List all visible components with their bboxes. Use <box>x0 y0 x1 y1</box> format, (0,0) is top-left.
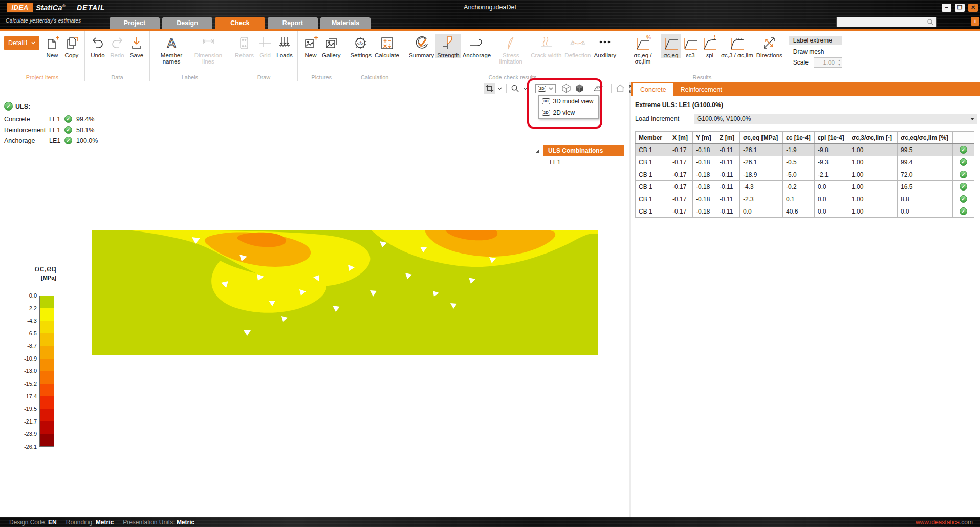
tab-report[interactable]: Report <box>268 17 318 29</box>
stepper-arrows-icon[interactable]: ▲▼ <box>838 58 841 67</box>
tree-expander-icon[interactable] <box>535 149 540 153</box>
crop-tool-button[interactable] <box>484 83 495 94</box>
table-cell: 0.0 <box>815 181 848 193</box>
crack-width-button[interactable]: Crack width <box>529 34 563 58</box>
extreme-title: Extreme ULS: LE1 (G100.0%) <box>635 101 723 109</box>
table-row[interactable]: CB 1-0.17-0.18-0.11-26.1-0.5-9.31.0099.4… <box>636 156 974 168</box>
column-header[interactable]: σc,3/σc,lim [-] <box>848 132 898 144</box>
copy-project-button[interactable]: Copy <box>62 34 81 58</box>
table-row[interactable]: CB 1-0.17-0.18-0.11-4.3-0.20.01.0016.5✓ <box>636 181 974 193</box>
load-increment-select[interactable]: G100.0%, V100.0% <box>694 114 977 124</box>
uls-combinations-header[interactable]: ULS Combinations <box>543 145 624 156</box>
toolbar-divider <box>532 84 532 93</box>
column-header[interactable]: Y [m] <box>693 132 716 144</box>
table-row[interactable]: CB 1-0.17-0.18-0.11-2.30.10.01.008.8✓ <box>636 193 974 205</box>
redo-button[interactable]: Redo <box>107 34 127 58</box>
units-value: Metric <box>177 519 194 526</box>
scale-stepper[interactable]: ▲▼ <box>814 57 842 68</box>
chevron-down-icon <box>523 87 528 90</box>
statica-text: StatiCa <box>36 3 62 12</box>
table-cell: CB 1 <box>636 144 669 156</box>
stress-limitation-button[interactable]: Stress limitation <box>492 34 529 65</box>
tab-check[interactable]: Check <box>215 17 265 29</box>
magnifier-icon <box>511 84 519 93</box>
legend-band <box>40 333 54 346</box>
select-caret-icon <box>970 118 974 120</box>
gallery-button[interactable]: Gallery <box>320 34 342 58</box>
crop-tool-dropdown[interactable] <box>496 86 503 91</box>
crop-icon <box>485 84 494 93</box>
table-row[interactable]: CB 1-0.17-0.18-0.11-18.9-5.0-2.11.0072.0… <box>636 168 974 181</box>
grid-button[interactable]: Grid <box>255 34 275 58</box>
member-names-button[interactable]: A Member names <box>153 34 190 65</box>
minimize-button[interactable]: – <box>942 4 951 12</box>
rebars-button[interactable]: Rebars <box>233 34 255 58</box>
column-header[interactable]: X [m] <box>669 132 693 144</box>
surface-view-button[interactable] <box>592 83 604 94</box>
menu-item-2d-view[interactable]: 2D 2D view <box>539 107 598 118</box>
auxiliary-button[interactable]: Auxiliary <box>592 34 617 58</box>
wireframe-view-button[interactable] <box>560 82 572 94</box>
column-header[interactable]: Member <box>636 132 669 144</box>
table-cell: 0.0 <box>898 205 953 218</box>
undo-button[interactable]: Undo <box>88 34 107 58</box>
menu-item-3d-model-view[interactable]: 3D 3D model view <box>539 96 598 107</box>
ec3-button[interactable]: εc3 <box>681 34 700 58</box>
tab-materials[interactable]: Materials <box>320 17 371 29</box>
strength-button[interactable]: Strength <box>435 34 461 58</box>
table-cell: 16.5 <box>898 181 953 193</box>
pass-check-icon: ✓ <box>960 146 967 154</box>
label-extreme-toggle[interactable]: Label extreme <box>789 36 842 45</box>
combination-item-le1[interactable]: LE1 <box>550 159 624 166</box>
sc-eq-button[interactable]: σc,eq <box>661 34 681 58</box>
directions-button[interactable]: Directions <box>755 34 784 58</box>
solid-view-button[interactable] <box>574 82 585 94</box>
column-header[interactable]: σc,eq [MPa] <box>740 132 783 144</box>
legend-tick: -10.9 <box>15 355 37 362</box>
anchorage-button[interactable]: Anchorage <box>461 34 493 58</box>
column-header[interactable]: εpl [1e-4] <box>815 132 848 144</box>
tab-concrete[interactable]: Concrete <box>633 83 673 96</box>
tab-reinforcement[interactable]: Reinforcement <box>673 83 729 96</box>
dimension-lines-button[interactable]: Dimension lines <box>190 34 227 65</box>
legend-band <box>40 308 54 321</box>
info-button[interactable]: i <box>971 17 979 26</box>
calculate-button[interactable]: Calculate <box>373 34 401 58</box>
view-mode-button[interactable]: 2D <box>535 84 556 93</box>
tab-design[interactable]: Design <box>162 17 212 29</box>
column-header[interactable]: εc [1e-4] <box>783 132 815 144</box>
table-row[interactable]: CB 1-0.17-0.18-0.11-26.1-1.9-9.81.0099.5… <box>636 144 974 156</box>
table-row[interactable]: CB 1-0.17-0.18-0.110.040.60.01.000.0✓ <box>636 205 974 218</box>
maximize-button[interactable]: ❐ <box>955 4 965 12</box>
sc-eq-lim-button[interactable]: % σc,eq / σc,lim <box>624 34 661 65</box>
close-button[interactable]: ✕ <box>968 4 978 12</box>
settings-gear-icon: </> <box>353 35 369 51</box>
epl-button[interactable]: ! εpl <box>700 34 720 58</box>
scale-input[interactable] <box>815 58 835 67</box>
new-picture-button[interactable]: New <box>301 34 320 58</box>
zoom-tool-button[interactable] <box>510 83 520 94</box>
draw-mesh-toggle[interactable]: Draw mesh <box>789 47 842 55</box>
search-box[interactable] <box>836 17 937 27</box>
search-input[interactable] <box>839 18 925 26</box>
home-view-button[interactable] <box>615 83 626 94</box>
deflection-button[interactable]: Deflection <box>563 34 592 58</box>
table-cell: CB 1 <box>636 168 669 181</box>
table-cell: -0.11 <box>716 156 740 168</box>
sc3-lim-button[interactable]: σc,3 / σc,lim <box>720 34 755 58</box>
summary-button[interactable]: Summary <box>407 34 435 58</box>
column-header[interactable]: Z [m] <box>716 132 740 144</box>
save-button[interactable]: Save <box>127 34 146 58</box>
zoom-tool-dropdown[interactable] <box>522 86 529 91</box>
loads-button[interactable]: Loads <box>275 34 294 58</box>
legend-tick: -21.7 <box>15 418 37 425</box>
settings-button[interactable]: </> Settings <box>349 34 373 58</box>
table-cell: -0.18 <box>693 144 716 156</box>
tab-project[interactable]: Project <box>110 17 160 29</box>
idea-logo: IDEA <box>7 3 33 12</box>
column-header[interactable]: σc,eq/σc,lim [%] <box>898 132 953 144</box>
detail-selector[interactable]: Detail1 <box>4 36 39 50</box>
website-link[interactable]: www.ideastatica.com <box>916 519 973 526</box>
new-document-icon <box>44 35 60 51</box>
new-project-button[interactable]: New <box>42 34 62 58</box>
